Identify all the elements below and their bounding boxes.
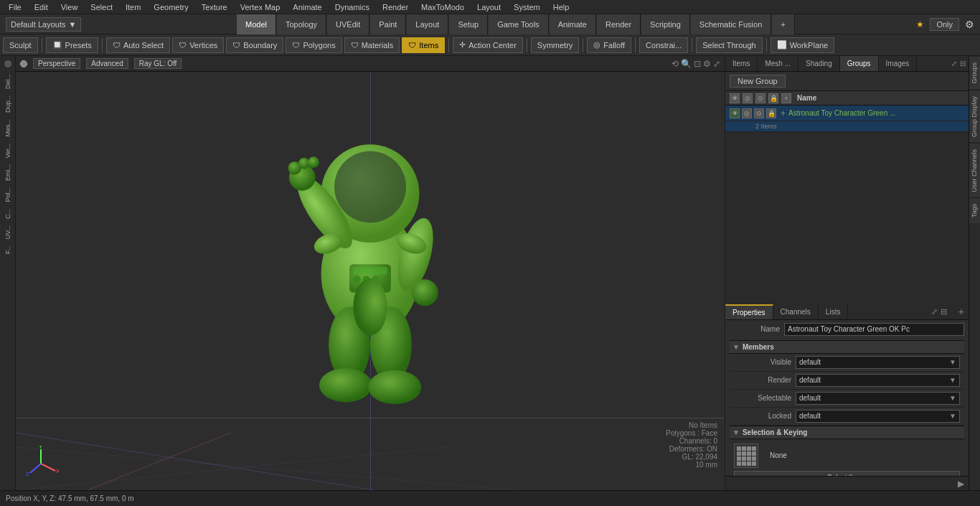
gh-icon-lock[interactable]: 🔒 [768, 93, 778, 103]
side-tab-user-channels[interactable]: User Channels [969, 143, 980, 198]
prop-exp-icon-1[interactable]: ⤢ [931, 307, 938, 317]
menu-texture[interactable]: Texture [196, 1, 233, 13]
tab-scripting[interactable]: Scripting [641, 14, 690, 34]
viewport-perspective-btn[interactable]: Perspective [33, 58, 80, 69]
rp-expand-icon[interactable]: ⤢ [951, 60, 957, 67]
left-tool-f[interactable]: F... [3, 243, 13, 257]
rp-tab-images[interactable]: Images [879, 56, 918, 71]
rp-collapse-icon[interactable]: ⊟ [960, 60, 966, 67]
gh-icon-eye[interactable]: 👁 [730, 93, 740, 103]
tab-topology[interactable]: Topology [277, 14, 326, 34]
constraints-button[interactable]: Constrai... [639, 37, 688, 53]
tab-layout[interactable]: Layout [407, 14, 448, 34]
viewport-settings-icon[interactable]: ⚙ [703, 59, 711, 69]
left-tool-dup[interactable]: Dup... [3, 93, 13, 116]
tab-model[interactable]: Model [237, 14, 276, 34]
workplane-button[interactable]: ⬜ WorkPlane [771, 37, 835, 53]
menu-help[interactable]: Help [547, 1, 575, 13]
viewport-zoom-icon[interactable]: 🔍 [681, 59, 692, 69]
rp-tab-groups[interactable]: Groups [840, 56, 879, 71]
items-button[interactable]: 🛡 Items [402, 37, 445, 53]
boundary-button[interactable]: 🛡 Boundary [226, 37, 283, 53]
prop-selectable-dropdown[interactable]: default ▼ [796, 392, 960, 405]
group-item-astronaut[interactable]: 👁 ◎ ⊙ 🔒 + Astronaut Toy Character Green … [725, 106, 969, 121]
left-tool-dei[interactable]: Dei... [3, 71, 13, 92]
prop-tab-add[interactable]: + [954, 304, 969, 319]
left-tool-mes[interactable]: Mes... [3, 116, 13, 140]
viewport[interactable]: No Items Polygons : Face Channels: 0 Def… [16, 72, 725, 490]
select-through-button[interactable]: Select Through [696, 37, 762, 53]
prop-exp-icon-2[interactable]: ⊟ [941, 307, 947, 317]
sel-keying-header[interactable]: ▼ Selection & Keying [730, 426, 964, 439]
layout-dropdown[interactable]: Default Layouts ▼ [6, 17, 81, 32]
gi-icon-sel[interactable]: ⊙ [754, 108, 764, 118]
viewport-frame-icon[interactable]: ⊡ [694, 59, 701, 69]
viewport-advanced-btn[interactable]: Advanced [86, 58, 128, 69]
viewport-gl-btn[interactable]: Ray GL: Off [134, 58, 182, 69]
gi-icon-lock[interactable]: 🔒 [766, 108, 776, 118]
side-tab-tags[interactable]: Tags [969, 197, 980, 223]
gh-icon-plus[interactable]: + [781, 93, 791, 103]
viewport-rotate-icon[interactable]: ⟲ [672, 59, 679, 69]
tab-animate[interactable]: Animate [550, 14, 596, 34]
tab-setup[interactable]: Setup [449, 14, 488, 34]
side-tab-group-display[interactable]: Group Display [969, 90, 980, 143]
prop-visible-dropdown[interactable]: default ▼ [796, 356, 960, 369]
members-section-header[interactable]: ▼ Members [730, 340, 964, 354]
gi-plus[interactable]: + [781, 108, 786, 118]
menu-geometry[interactable]: Geometry [148, 1, 194, 13]
left-tool-c[interactable]: C... [3, 206, 13, 222]
tab-uvedit[interactable]: UVEdit [327, 14, 369, 34]
tab-paint[interactable]: Paint [370, 14, 406, 34]
menu-select[interactable]: Select [85, 1, 118, 13]
vertices-button[interactable]: 🛡 Vertices [172, 37, 224, 53]
prop-tab-lists[interactable]: Lists [819, 304, 849, 319]
presets-button[interactable]: 🔲 Presets [46, 37, 98, 53]
gi-icon-render[interactable]: ◎ [742, 108, 752, 118]
new-group-button[interactable]: New Group [730, 75, 786, 88]
menu-dynamics[interactable]: Dynamics [329, 1, 375, 13]
prop-tab-properties[interactable]: Properties [725, 304, 773, 319]
menu-animate[interactable]: Animate [287, 1, 327, 13]
sculpt-button[interactable]: Sculpt [3, 37, 38, 53]
viewport-expand-icon[interactable]: ⤢ [713, 59, 720, 69]
prop-render-dropdown[interactable]: default ▼ [796, 374, 960, 387]
menu-file[interactable]: File [3, 1, 27, 13]
menu-system[interactable]: System [508, 1, 546, 13]
gi-icon-eye[interactable]: 👁 [730, 108, 740, 118]
falloff-button[interactable]: ◎ Falloff [587, 37, 631, 53]
left-tool-pol[interactable]: Pol... [3, 184, 13, 205]
menu-view[interactable]: View [55, 1, 84, 13]
gh-icon-sel[interactable]: ⊙ [755, 93, 765, 103]
menu-layout[interactable]: Layout [471, 1, 507, 13]
right-arrow-icon[interactable]: ▶ [958, 479, 964, 489]
side-tab-groups[interactable]: Groups [969, 56, 980, 90]
tab-render[interactable]: Render [597, 14, 641, 34]
menu-vertex-map[interactable]: Vertex Map [235, 1, 286, 13]
menu-edit[interactable]: Edit [29, 1, 54, 13]
menu-maxtomodo[interactable]: MaxToModo [415, 1, 470, 13]
rp-tab-shading[interactable]: Shading [798, 56, 840, 71]
tab-add[interactable]: + [772, 14, 794, 34]
rp-tab-items[interactable]: Items [725, 56, 758, 71]
menu-render[interactable]: Render [377, 1, 414, 13]
gear-icon[interactable]: ⚙ [965, 19, 974, 30]
materials-button[interactable]: 🛡 Materials [344, 37, 400, 53]
gh-icon-render[interactable]: ◎ [743, 93, 753, 103]
menu-item[interactable]: Item [120, 1, 146, 13]
auto-select-button[interactable]: 🛡 Auto Select [106, 37, 170, 53]
tab-schematic-fusion[interactable]: Schematic Fusion [691, 14, 771, 34]
left-tool-ver[interactable]: Ver... [3, 141, 13, 161]
left-tool-emi[interactable]: Emi... [3, 161, 13, 184]
prop-name-input[interactable] [784, 323, 964, 336]
prop-tab-channels[interactable]: Channels [773, 304, 819, 319]
select-items-button[interactable]: Select Items [734, 471, 960, 477]
tab-game-tools[interactable]: Game Tools [489, 14, 549, 34]
symmetry-button[interactable]: Symmetry [531, 37, 580, 53]
rp-tab-mesh[interactable]: Mesh ... [758, 56, 798, 71]
action-center-button[interactable]: ✛ Action Center [453, 37, 523, 53]
only-button[interactable]: Only [930, 18, 959, 31]
prop-locked-dropdown[interactable]: default ▼ [796, 410, 960, 423]
left-tool-uv[interactable]: UV... [3, 222, 13, 242]
polygons-button[interactable]: 🛡 Polygons [286, 37, 341, 53]
